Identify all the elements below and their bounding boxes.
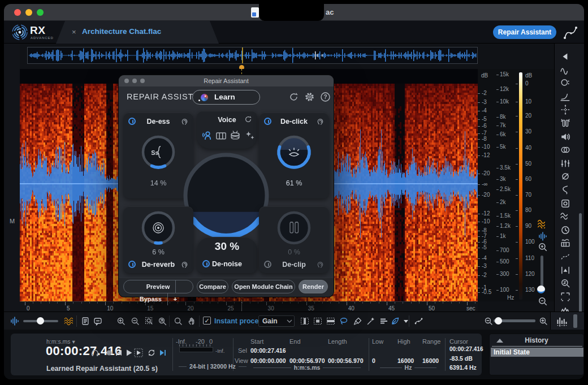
de-reverb-listen-icon[interactable] bbox=[180, 260, 189, 269]
bypass-button[interactable]: Bypass bbox=[134, 293, 168, 305]
zoom-in-icon[interactable] bbox=[116, 317, 126, 326]
settings-gear-icon[interactable] bbox=[304, 92, 315, 102]
waveform-overview[interactable] bbox=[27, 47, 478, 64]
feather-tool-icon[interactable] bbox=[391, 317, 400, 326]
frequency-selection-icon[interactable] bbox=[326, 317, 335, 326]
interpolate-icon[interactable] bbox=[560, 252, 570, 262]
preview-button[interactable]: Preview bbox=[141, 280, 176, 293]
de-click-listen-icon[interactable] bbox=[316, 117, 325, 126]
view-low-value[interactable]: 0 bbox=[372, 357, 375, 364]
music-type-icon[interactable] bbox=[215, 130, 227, 141]
reset-history-icon[interactable] bbox=[288, 92, 299, 102]
headphones-icon[interactable] bbox=[90, 348, 100, 357]
de-reverb-icon[interactable] bbox=[560, 145, 570, 155]
collapse-toolbar-icon[interactable] bbox=[560, 51, 570, 62]
maximize-window-button[interactable] bbox=[37, 9, 44, 16]
close-window-button[interactable] bbox=[14, 9, 21, 16]
search-icon[interactable] bbox=[174, 317, 183, 326]
de-ess-knob[interactable]: Ss bbox=[139, 133, 178, 174]
selection-brackets-icon[interactable] bbox=[560, 292, 570, 302]
zoom-out-icon[interactable] bbox=[131, 317, 140, 326]
minimize-window-button[interactable] bbox=[25, 9, 32, 16]
waveform-view-icon[interactable] bbox=[10, 317, 19, 326]
selection-marker-icon[interactable] bbox=[560, 265, 570, 275]
gain-dropdown[interactable]: Gain bbox=[258, 315, 295, 327]
leveler-icon[interactable] bbox=[560, 158, 570, 168]
voice-reset-icon[interactable] bbox=[244, 115, 252, 123]
de-reverb-knob[interactable] bbox=[139, 209, 178, 249]
spectrogram-mode-icon[interactable] bbox=[537, 219, 548, 228]
spectrogram-view-icon[interactable] bbox=[64, 317, 73, 326]
vertical-zoom-out-icon[interactable] bbox=[538, 296, 548, 306]
dialog-close-icon[interactable] bbox=[124, 79, 129, 83]
render-button[interactable]: Render bbox=[299, 280, 328, 293]
stats-panel-icon[interactable] bbox=[556, 315, 568, 327]
vertical-zoom-in-icon[interactable] bbox=[538, 242, 548, 252]
flatten-icon[interactable] bbox=[379, 317, 388, 326]
record-icon[interactable] bbox=[105, 348, 114, 357]
zoom-out-small-icon[interactable] bbox=[484, 317, 493, 326]
tab-close-icon[interactable]: × bbox=[72, 28, 76, 36]
play-icon[interactable] bbox=[124, 348, 133, 357]
sel-start-value[interactable]: 00:00:27.416 bbox=[250, 347, 286, 354]
vertical-zoom-knob[interactable] bbox=[537, 285, 545, 293]
brush-tool-icon[interactable] bbox=[353, 317, 362, 326]
compare-button[interactable]: Compare bbox=[197, 280, 228, 293]
de-clip-listen-icon[interactable] bbox=[316, 260, 325, 269]
dialog-minimize-icon[interactable] bbox=[132, 79, 137, 83]
history-clock-icon[interactable] bbox=[560, 225, 570, 235]
monitor-speaker-icon[interactable] bbox=[560, 132, 570, 142]
opacity-slider-knob[interactable] bbox=[37, 317, 44, 325]
zoom-reset-icon[interactable] bbox=[158, 317, 167, 326]
hand-tool-icon[interactable] bbox=[188, 317, 197, 326]
lasso-tool-icon[interactable] bbox=[339, 317, 348, 326]
instant-process-checkbox[interactable]: ✓ bbox=[203, 317, 211, 325]
go-to-end-icon[interactable] bbox=[158, 348, 167, 357]
go-to-start-icon[interactable] bbox=[114, 348, 123, 357]
signal-flow-icon[interactable] bbox=[414, 317, 423, 326]
file-tab[interactable]: × Architecture Chat.flac bbox=[56, 21, 219, 44]
de-clip-knob[interactable] bbox=[275, 209, 313, 249]
dialog-titlebar[interactable]: Repair Assistant bbox=[119, 75, 334, 86]
magic-wand-icon[interactable] bbox=[366, 317, 375, 326]
voice-type-icon[interactable] bbox=[201, 130, 213, 141]
bypass-add-button[interactable]: + bbox=[168, 293, 183, 305]
zoom-in-small-icon[interactable] bbox=[539, 317, 548, 326]
de-click-icon[interactable] bbox=[560, 105, 570, 115]
waveform-mode-icon[interactable] bbox=[538, 232, 548, 241]
de-crackle-icon[interactable] bbox=[560, 185, 570, 195]
eq-fade-icon[interactable] bbox=[560, 92, 570, 102]
learn-button[interactable]: Learn bbox=[192, 90, 260, 105]
view-length-value[interactable]: 00:00:56.970 bbox=[328, 357, 363, 364]
percussion-type-icon[interactable] bbox=[230, 130, 241, 141]
de-ess-listen-icon[interactable] bbox=[180, 117, 189, 126]
comment-icon[interactable] bbox=[93, 317, 102, 326]
zoom-selection-icon[interactable] bbox=[145, 317, 154, 326]
view-start-value[interactable]: 00:00:00.000 bbox=[250, 357, 286, 364]
spectral-repair-icon[interactable] bbox=[560, 211, 570, 222]
time-selection-icon[interactable] bbox=[300, 317, 309, 326]
dialog-zoom-icon[interactable] bbox=[140, 79, 145, 83]
de-noise-icon[interactable] bbox=[560, 171, 570, 181]
history-item[interactable]: Initial State bbox=[491, 348, 583, 357]
time-frequency-selection-icon[interactable] bbox=[313, 317, 322, 326]
repair-assistant-button[interactable]: Repair Assistant bbox=[493, 25, 556, 39]
panel-scrollbar[interactable] bbox=[573, 314, 577, 328]
play-selection-icon[interactable] bbox=[134, 348, 143, 357]
horizontal-zoom-knob[interactable] bbox=[495, 317, 502, 325]
notes-icon[interactable] bbox=[81, 317, 90, 326]
open-module-chain-button[interactable]: Open Module Chain bbox=[232, 280, 295, 293]
view-range-value[interactable]: 16000 bbox=[422, 357, 439, 364]
music-rebalance-icon[interactable] bbox=[560, 238, 570, 248]
gain-icon[interactable] bbox=[560, 118, 570, 128]
view-high-value[interactable]: 16000 bbox=[397, 357, 414, 364]
loop-playback-icon[interactable] bbox=[147, 348, 156, 357]
other-type-icon[interactable] bbox=[244, 130, 256, 141]
module-frame-icon[interactable] bbox=[560, 198, 570, 209]
signal-chain-icon[interactable] bbox=[563, 24, 581, 41]
find-similar-icon[interactable] bbox=[560, 278, 570, 288]
de-click-knob[interactable] bbox=[275, 133, 313, 174]
time-ruler[interactable]: 05101520253035404550sec bbox=[20, 301, 478, 312]
signal-generator-icon[interactable] bbox=[560, 65, 570, 75]
help-icon[interactable]: ? bbox=[320, 92, 331, 102]
